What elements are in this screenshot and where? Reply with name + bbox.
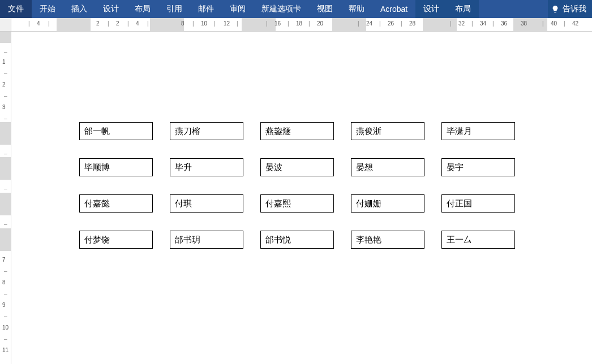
tab-acrobat[interactable]: Acrobat bbox=[372, 0, 415, 18]
hruler-num: 20 bbox=[317, 20, 323, 27]
name-cell[interactable]: 王一厶 bbox=[441, 231, 515, 249]
hruler-num: 4 bbox=[136, 20, 139, 27]
hruler-num: 16 bbox=[274, 20, 281, 27]
tab-design-2[interactable]: 设计 bbox=[415, 0, 447, 18]
name-cell[interactable]: 毕升 bbox=[170, 158, 243, 176]
tell-me[interactable]: 告诉我 bbox=[548, 0, 592, 18]
name-grid: 邰一帆 燕刀榕 燕鋆燧 燕俊浙 毕潇月 毕顺博 毕升 晏波 晏想 晏宇 付嘉懿 … bbox=[79, 122, 515, 249]
hruler-num: 8 bbox=[181, 20, 185, 27]
hruler-num: 28 bbox=[409, 20, 415, 27]
tab-home[interactable]: 开始 bbox=[32, 0, 63, 18]
tab-design[interactable]: 设计 bbox=[95, 0, 127, 18]
hruler-num: 38 bbox=[521, 20, 527, 27]
name-cell[interactable]: 付正国 bbox=[441, 194, 515, 213]
name-cell[interactable]: 付嘉懿 bbox=[79, 194, 153, 213]
hruler-num: 34 bbox=[480, 20, 486, 27]
vruler-num: 7 bbox=[2, 257, 6, 263]
vruler-num: 10 bbox=[2, 324, 8, 331]
tab-view[interactable]: 视图 bbox=[309, 0, 341, 18]
ruler-corner bbox=[0, 18, 11, 32]
tab-review[interactable]: 审阅 bbox=[222, 0, 254, 18]
hruler-shade bbox=[423, 18, 457, 31]
vruler-shade bbox=[0, 122, 11, 145]
hruler-num: 40 bbox=[551, 20, 557, 27]
vruler-shade bbox=[0, 157, 11, 180]
tab-layout[interactable]: 布局 bbox=[127, 0, 158, 18]
hruler-num: 42 bbox=[572, 20, 578, 27]
name-cell[interactable]: 付琪 bbox=[170, 194, 243, 213]
tab-references[interactable]: 引用 bbox=[158, 0, 190, 18]
page-area[interactable]: 邰一帆 燕刀榕 燕鋆燧 燕俊浙 毕潇月 毕顺博 毕升 晏波 晏想 晏宇 付嘉懿 … bbox=[11, 32, 592, 364]
tab-mailings[interactable]: 邮件 bbox=[190, 0, 222, 18]
name-cell[interactable]: 晏想 bbox=[351, 158, 424, 176]
name-cell[interactable]: 燕鋆燧 bbox=[260, 122, 334, 140]
hruler-num: 24 bbox=[366, 20, 372, 27]
hruler-shade bbox=[242, 18, 276, 31]
name-cell[interactable]: 毕顺博 bbox=[79, 158, 153, 176]
tab-custom[interactable]: 新建选项卡 bbox=[254, 0, 309, 18]
hruler-num: 4 bbox=[37, 20, 40, 27]
vruler-shade bbox=[0, 228, 11, 251]
vruler-num: 2 bbox=[2, 81, 6, 88]
hruler-num: 32 bbox=[458, 20, 465, 27]
hruler-shade bbox=[57, 18, 91, 31]
name-row: 付嘉懿 付琪 付嘉熙 付姗姗 付正国 bbox=[79, 194, 515, 213]
hruler-num: 26 bbox=[388, 20, 394, 27]
name-cell[interactable]: 晏宇 bbox=[441, 158, 515, 176]
name-cell[interactable]: 邰书悦 bbox=[260, 231, 334, 249]
vruler-num: 3 bbox=[2, 104, 6, 110]
name-cell[interactable]: 付梦饶 bbox=[79, 231, 153, 249]
hruler-num: 12 bbox=[224, 20, 230, 27]
name-cell[interactable]: 燕刀榕 bbox=[170, 122, 243, 140]
hruler-shade bbox=[150, 18, 184, 31]
name-cell[interactable]: 李艳艳 bbox=[351, 231, 424, 249]
vertical-ruler[interactable]: – 1 – 2 – 3 – – – – 7 – 8 – 9 – 10 – 11 bbox=[0, 32, 11, 364]
name-cell[interactable]: 付嘉熙 bbox=[260, 194, 334, 213]
hruler-num: 2 bbox=[96, 20, 100, 27]
name-cell[interactable]: 毕潇月 bbox=[441, 122, 515, 140]
name-cell[interactable]: 付姗姗 bbox=[351, 194, 424, 213]
vruler-shade bbox=[0, 193, 11, 215]
vruler-num: 8 bbox=[2, 279, 6, 285]
horizontal-ruler[interactable]: | 4 | 2 | 2 | 4 | 8 | 10 | 12 | | 16 | 1… bbox=[11, 18, 592, 32]
tell-me-label: 告诉我 bbox=[563, 4, 586, 14]
tab-file[interactable]: 文件 bbox=[0, 0, 32, 18]
name-row: 邰一帆 燕刀榕 燕鋆燧 燕俊浙 毕潇月 bbox=[79, 122, 515, 140]
bulb-icon bbox=[551, 5, 559, 13]
tab-insert[interactable]: 插入 bbox=[63, 0, 95, 18]
name-cell[interactable]: 邰书玥 bbox=[170, 231, 243, 249]
name-cell[interactable]: 晏波 bbox=[260, 158, 334, 176]
tab-layout-2[interactable]: 布局 bbox=[447, 0, 479, 18]
hruler-num: 18 bbox=[296, 20, 302, 27]
hruler-num: 36 bbox=[501, 20, 507, 27]
vruler-shade bbox=[0, 32, 11, 43]
name-cell[interactable]: 邰一帆 bbox=[79, 122, 153, 140]
name-row: 付梦饶 邰书玥 邰书悦 李艳艳 王一厶 bbox=[79, 231, 515, 249]
hruler-num: 2 bbox=[116, 20, 119, 27]
hruler-shade bbox=[332, 18, 366, 31]
vruler-num: 11 bbox=[2, 347, 8, 353]
hruler-num: 10 bbox=[201, 20, 207, 27]
name-row: 毕顺博 毕升 晏波 晏想 晏宇 bbox=[79, 158, 515, 176]
tab-help[interactable]: 帮助 bbox=[341, 0, 372, 18]
vruler-num: 1 bbox=[2, 59, 6, 65]
name-cell[interactable]: 燕俊浙 bbox=[351, 122, 424, 140]
ribbon: 文件 开始 插入 设计 布局 引用 邮件 审阅 新建选项卡 视图 帮助 Acro… bbox=[0, 0, 592, 18]
vruler-num: 9 bbox=[2, 302, 6, 308]
